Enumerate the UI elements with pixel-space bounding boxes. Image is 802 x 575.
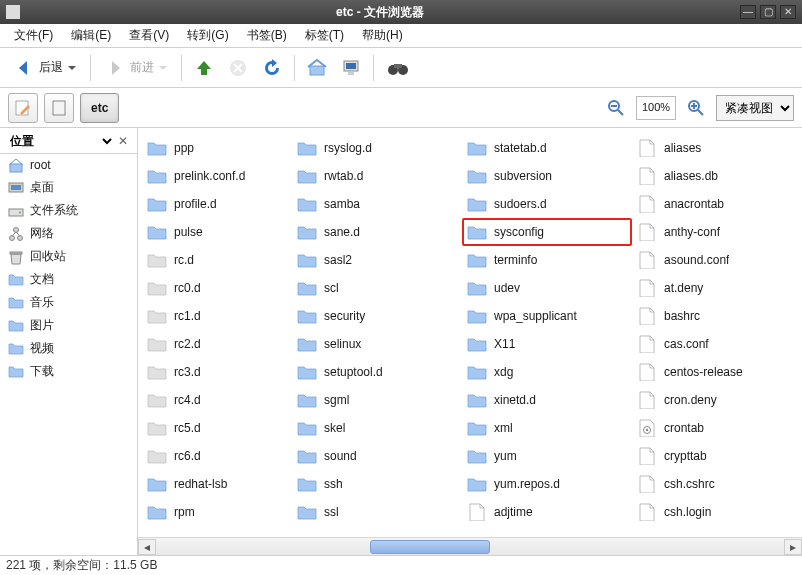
file-item-security[interactable]: security [292, 302, 462, 330]
file-item-profile.d[interactable]: profile.d [142, 190, 292, 218]
file-item-redhat-lsb[interactable]: redhat-lsb [142, 470, 292, 498]
file-item-rc0.d[interactable]: rc0.d [142, 274, 292, 302]
sidebar-item-桌面[interactable]: 桌面 [0, 176, 137, 199]
file-item-ssl[interactable]: ssl [292, 498, 462, 526]
reload-button[interactable] [256, 52, 288, 84]
file-item-terminfo[interactable]: terminfo [462, 246, 632, 274]
file-item-xdg[interactable]: xdg [462, 358, 632, 386]
sidebar-item-网络[interactable]: 网络 [0, 222, 137, 245]
back-button[interactable]: 后退 [6, 52, 84, 84]
file-item-crontab[interactable]: crontab [632, 414, 802, 442]
file-item-rc6.d[interactable]: rc6.d [142, 442, 292, 470]
menu-file[interactable]: 文件(F) [6, 25, 61, 46]
file-item-udev[interactable]: udev [462, 274, 632, 302]
file-item-rc4.d[interactable]: rc4.d [142, 386, 292, 414]
file-item-bashrc[interactable]: bashrc [632, 302, 802, 330]
file-item-aliases.db[interactable]: aliases.db [632, 162, 802, 190]
file-item-cas.conf[interactable]: cas.conf [632, 330, 802, 358]
home-button[interactable] [301, 52, 333, 84]
sidebar-item-音乐[interactable]: 音乐 [0, 291, 137, 314]
stop-button[interactable] [222, 52, 254, 84]
file-item-sgml[interactable]: sgml [292, 386, 462, 414]
folder-icon [296, 362, 318, 382]
file-item-wpa_supplicant[interactable]: wpa_supplicant [462, 302, 632, 330]
sidebar-item-文件系统[interactable]: 文件系统 [0, 199, 137, 222]
file-item-samba[interactable]: samba [292, 190, 462, 218]
maximize-button[interactable]: ▢ [760, 5, 776, 19]
sidebar-item-下载[interactable]: 下载 [0, 360, 137, 383]
file-item-X11[interactable]: X11 [462, 330, 632, 358]
file-item-anacrontab[interactable]: anacrontab [632, 190, 802, 218]
file-item-xml[interactable]: xml [462, 414, 632, 442]
file-item-csh.cshrc[interactable]: csh.cshrc [632, 470, 802, 498]
file-item-cron.deny[interactable]: cron.deny [632, 386, 802, 414]
zoom-in-button[interactable] [682, 94, 710, 122]
file-item-prelink.conf.d[interactable]: prelink.conf.d [142, 162, 292, 190]
file-item-rpm[interactable]: rpm [142, 498, 292, 526]
file-item-ssh[interactable]: ssh [292, 470, 462, 498]
sidebar-item-回收站[interactable]: 回收站 [0, 245, 137, 268]
menu-bookmarks[interactable]: 书签(B) [239, 25, 295, 46]
file-item-at.deny[interactable]: at.deny [632, 274, 802, 302]
menu-go[interactable]: 转到(G) [179, 25, 236, 46]
scroll-track[interactable] [156, 539, 784, 555]
file-item-csh.login[interactable]: csh.login [632, 498, 802, 526]
file-item-sound[interactable]: sound [292, 442, 462, 470]
file-item-statetab.d[interactable]: statetab.d [462, 134, 632, 162]
file-item-sysconfig[interactable]: sysconfig [462, 218, 632, 246]
file-item-yum[interactable]: yum [462, 442, 632, 470]
sidebar-selector[interactable]: 位置 [6, 133, 115, 149]
file-item-ppp[interactable]: ppp [142, 134, 292, 162]
file-label: yum.repos.d [494, 477, 560, 491]
file-item-rc3.d[interactable]: rc3.d [142, 358, 292, 386]
file-item-scl[interactable]: scl [292, 274, 462, 302]
sidebar-item-root[interactable]: root [0, 154, 137, 176]
file-item-rc.d[interactable]: rc.d [142, 246, 292, 274]
file-item-aliases[interactable]: aliases [632, 134, 802, 162]
file-item-rc1.d[interactable]: rc1.d [142, 302, 292, 330]
path-document-button[interactable] [44, 93, 74, 123]
file-item-subversion[interactable]: subversion [462, 162, 632, 190]
view-mode-select[interactable]: 紧凑视图 [716, 95, 794, 121]
file-item-selinux[interactable]: selinux [292, 330, 462, 358]
scroll-left-button[interactable]: ◂ [138, 539, 156, 555]
minimize-button[interactable]: — [740, 5, 756, 19]
file-item-xinetd.d[interactable]: xinetd.d [462, 386, 632, 414]
breadcrumb-etc[interactable]: etc [80, 93, 119, 123]
close-sidebar-button[interactable]: ✕ [115, 133, 131, 149]
zoom-out-button[interactable] [602, 94, 630, 122]
file-item-sasl2[interactable]: sasl2 [292, 246, 462, 274]
file-item-crypttab[interactable]: crypttab [632, 442, 802, 470]
file-item-yum.repos.d[interactable]: yum.repos.d [462, 470, 632, 498]
forward-button[interactable]: 前进 [97, 52, 175, 84]
menu-tabs[interactable]: 标签(T) [297, 25, 352, 46]
file-item-sane.d[interactable]: sane.d [292, 218, 462, 246]
menu-help[interactable]: 帮助(H) [354, 25, 411, 46]
scroll-right-button[interactable]: ▸ [784, 539, 802, 555]
edit-path-button[interactable] [8, 93, 38, 123]
file-item-asound.conf[interactable]: asound.conf [632, 246, 802, 274]
search-button[interactable] [380, 52, 416, 84]
close-window-button[interactable]: ✕ [780, 5, 796, 19]
computer-button[interactable] [335, 52, 367, 84]
file-item-anthy-conf[interactable]: anthy-conf [632, 218, 802, 246]
file-item-rwtab.d[interactable]: rwtab.d [292, 162, 462, 190]
file-item-rsyslog.d[interactable]: rsyslog.d [292, 134, 462, 162]
horizontal-scrollbar[interactable]: ◂ ▸ [138, 537, 802, 555]
file-item-rc5.d[interactable]: rc5.d [142, 414, 292, 442]
file-grid[interactable]: ppprsyslog.dstatetab.daliasesprelink.con… [138, 128, 802, 537]
sidebar-item-文档[interactable]: 文档 [0, 268, 137, 291]
menu-edit[interactable]: 编辑(E) [63, 25, 119, 46]
up-button[interactable] [188, 52, 220, 84]
sidebar-item-视频[interactable]: 视频 [0, 337, 137, 360]
scroll-thumb[interactable] [370, 540, 490, 554]
menu-view[interactable]: 查看(V) [121, 25, 177, 46]
file-item-skel[interactable]: skel [292, 414, 462, 442]
sidebar-item-图片[interactable]: 图片 [0, 314, 137, 337]
file-item-pulse[interactable]: pulse [142, 218, 292, 246]
file-item-adjtime[interactable]: adjtime [462, 498, 632, 526]
file-item-sudoers.d[interactable]: sudoers.d [462, 190, 632, 218]
file-item-centos-release[interactable]: centos-release [632, 358, 802, 386]
file-item-rc2.d[interactable]: rc2.d [142, 330, 292, 358]
file-item-setuptool.d[interactable]: setuptool.d [292, 358, 462, 386]
